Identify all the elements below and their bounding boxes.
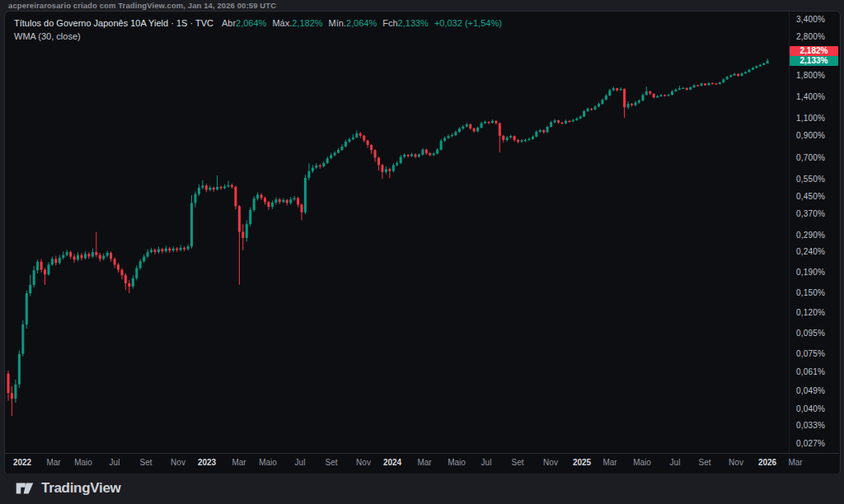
price-tick: 0,700% <box>796 153 825 162</box>
snapshot-attribution: acpereirarosario criado com TradingView.… <box>8 1 276 10</box>
time-tick: Jul <box>110 458 120 467</box>
chart-legend: Títulos do Governo Japonês 10A Yield · 1… <box>14 17 502 42</box>
tradingview-logo-text: TradingView <box>41 480 121 497</box>
time-tick: Mar <box>603 458 617 467</box>
time-tick: Nov <box>171 458 185 467</box>
time-tick: Maio <box>74 458 92 467</box>
price-tick: 1,100% <box>796 114 825 123</box>
price-tick: 0,095% <box>796 329 825 338</box>
time-tick: 2023 <box>198 458 216 467</box>
time-tick: Mar <box>417 458 431 467</box>
price-tick: 0,290% <box>796 231 825 240</box>
time-tick: Mar <box>788 458 802 467</box>
time-tick: Nov <box>356 458 371 467</box>
high-label: Máx. <box>272 18 292 28</box>
time-tick: Nov <box>543 458 558 467</box>
time-tick: Set <box>698 458 710 467</box>
close-label: Fch <box>382 18 397 28</box>
close-value: 2,133% <box>398 18 429 28</box>
price-tick: 0,900% <box>796 131 825 140</box>
price-tick: 0,027% <box>796 439 825 448</box>
time-tick: Jul <box>295 458 306 467</box>
price-tick: 2,800% <box>796 32 825 41</box>
price-tick: 0,040% <box>796 404 825 413</box>
price-tick: 0,550% <box>796 175 825 184</box>
time-tick: Maio <box>259 458 277 467</box>
price-tick: 0,370% <box>796 209 825 218</box>
time-tick: 2024 <box>383 458 401 467</box>
price-tick: 0,075% <box>796 349 825 358</box>
open-value: 2,064% <box>236 18 266 28</box>
price-axis[interactable]: 3,400%2,800%1,800%1,400%1,100%0,900%0,70… <box>790 12 839 451</box>
candlestick-chart[interactable] <box>0 0 844 504</box>
time-tick: Set <box>139 458 152 467</box>
price-tick: 0,049% <box>796 386 825 395</box>
change-value: +0,032 (+1,54%) <box>434 18 502 28</box>
time-tick: Maio <box>448 458 466 467</box>
price-tick: 0,450% <box>796 192 825 201</box>
price-tick: 0,150% <box>796 288 825 297</box>
time-tick: Jul <box>670 458 681 467</box>
open-label: Abr <box>222 18 236 28</box>
price-tick: 0,061% <box>796 367 825 376</box>
tradingview-logo-icon <box>15 478 35 498</box>
time-tick: 2025 <box>573 458 591 467</box>
time-tick: Nov <box>729 458 743 467</box>
price-tick: 0,033% <box>796 421 825 430</box>
price-tick: 3,400% <box>796 15 825 24</box>
footer-bar: TradingView <box>0 474 844 504</box>
time-tick: 2026 <box>758 458 776 467</box>
time-tick: Mar <box>232 458 246 467</box>
high-value: 2,182% <box>292 18 322 28</box>
price-tick: 1,800% <box>796 71 825 80</box>
low-label: Mín. <box>329 18 346 28</box>
time-tick: Set <box>511 458 523 467</box>
tradingview-logo[interactable]: TradingView <box>15 478 121 498</box>
time-axis[interactable]: 2022MarMaioJulSetNov2023MarMaioJulSetNov… <box>5 454 839 473</box>
time-tick: Maio <box>633 458 651 467</box>
price-tick: 0,240% <box>796 247 825 256</box>
time-tick: Set <box>325 458 337 467</box>
price-tick: 0,120% <box>796 308 825 317</box>
time-tick: Mar <box>46 458 60 467</box>
price-tick: 1,400% <box>796 92 825 101</box>
price-badge-high: 2,182% <box>790 46 838 56</box>
low-value: 2,064% <box>346 18 377 28</box>
time-tick: 2022 <box>13 458 31 467</box>
price-badge-last: 2,133% <box>790 56 838 66</box>
time-tick: Jul <box>481 458 492 467</box>
price-tick: 0,190% <box>796 268 825 277</box>
tradingview-snapshot: acpereirarosario criado com TradingView.… <box>0 0 844 504</box>
indicator-legend[interactable]: WMA (30, close) <box>14 30 502 42</box>
symbol-title[interactable]: Títulos do Governo Japonês 10A Yield · 1… <box>14 18 213 28</box>
